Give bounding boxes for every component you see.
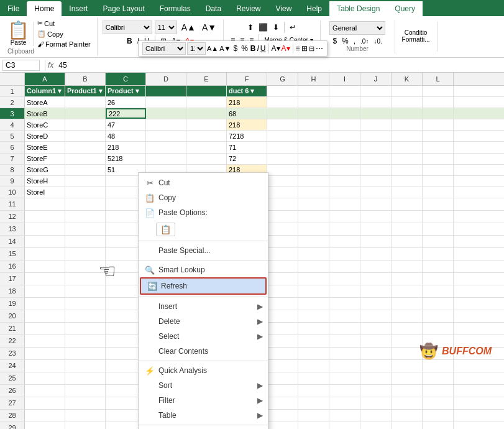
cell-a22[interactable] [25,335,65,347]
cell-k4[interactable] [392,119,423,130]
cell-j17[interactable] [360,273,392,285]
mini-border[interactable]: ⊞ [301,44,308,53]
cell-f2[interactable]: 218 [227,97,267,108]
cell-i22[interactable] [329,335,360,347]
cell-d3[interactable] [146,108,186,119]
cell-g17[interactable] [267,273,298,285]
cell-a6[interactable]: StoreE [25,142,65,152]
cell-l9[interactable] [423,176,454,187]
cell-g12[interactable] [267,211,298,223]
cell-i14[interactable] [329,236,360,247]
cut-button[interactable]: ✂ Cut [36,19,92,28]
cell-c2[interactable]: 26 [106,97,146,108]
cell-l15[interactable] [423,248,454,260]
context-menu-select[interactable]: Select ▶ [139,329,268,344]
cell-i4[interactable] [329,119,360,130]
context-menu-paste-special[interactable]: Paste Special... [139,243,268,258]
cell-g14[interactable] [267,236,298,247]
cell-i13[interactable] [329,223,360,235]
cell-e6[interactable] [186,142,227,152]
mini-fill-color[interactable]: A▾ [272,44,280,53]
cell-l7[interactable] [423,154,454,164]
cell-g6[interactable] [267,142,298,152]
cell-h25[interactable] [298,372,329,384]
cell-h2[interactable] [298,97,329,108]
cell-a15[interactable] [25,248,65,260]
cell-g28[interactable] [267,410,298,422]
mini-currency[interactable]: $ [232,44,239,53]
bold-button[interactable]: B [125,36,134,46]
cell-i27[interactable] [329,397,360,409]
cell-h23[interactable] [298,348,329,359]
cell-a18[interactable] [25,285,65,297]
cell-j27[interactable] [360,397,392,409]
cell-k11[interactable] [392,198,423,210]
cell-l14[interactable] [423,236,454,247]
cell-i20[interactable] [329,310,360,322]
cell-k24[interactable] [392,360,423,372]
context-menu-smart-lookup[interactable]: 🔍 Smart Lookup [139,262,268,277]
col-header-f[interactable]: F [227,73,267,85]
cell-h13[interactable] [298,223,329,235]
cell-k13[interactable] [392,223,423,235]
cell-i2[interactable] [329,97,360,108]
cell-i3[interactable] [329,108,360,119]
cell-l18[interactable] [423,285,454,297]
tab-insert[interactable]: Insert [62,1,95,16]
context-menu-table[interactable]: Table ▶ [139,408,268,423]
cell-f1[interactable]: duct 6 ▾ [227,86,267,96]
cell-c7[interactable]: 5218 [106,154,146,164]
cell-h16[interactable] [298,261,329,272]
cell-l13[interactable] [423,223,454,235]
mini-italic[interactable]: I [257,44,259,53]
cell-j15[interactable] [360,248,392,260]
cell-i10[interactable] [329,187,360,198]
cell-g23[interactable] [267,348,298,359]
cell-k26[interactable] [392,385,423,397]
cell-j19[interactable] [360,298,392,310]
cell-k10[interactable] [392,187,423,198]
cell-a25[interactable] [25,372,65,384]
cell-b7[interactable] [65,154,106,164]
cell-k21[interactable] [392,323,423,334]
cell-k28[interactable] [392,410,423,422]
cell-reference-input[interactable] [2,60,40,71]
cell-l28[interactable] [423,410,454,422]
cell-j4[interactable] [360,119,392,130]
wrap-text-button[interactable]: ↵ [288,22,298,33]
cell-k2[interactable] [392,97,423,108]
cell-k23[interactable] [392,348,423,359]
cell-j12[interactable] [360,211,392,223]
cell-l24[interactable] [423,360,454,372]
cell-c5[interactable]: 48 [106,131,146,141]
cell-k8[interactable] [392,165,423,175]
cell-d7[interactable] [146,154,186,164]
cell-g9[interactable] [267,176,298,187]
dollar-button[interactable]: $ [331,36,339,46]
cell-l10[interactable] [423,187,454,198]
decimal-increase-button[interactable]: .0↑ [359,37,370,45]
cell-i9[interactable] [329,176,360,187]
cell-g24[interactable] [267,360,298,372]
cell-b3[interactable] [65,108,106,119]
cell-i6[interactable] [329,142,360,152]
col-header-k[interactable]: K [392,73,423,85]
cell-f3[interactable]: 68 [227,108,267,119]
mini-font-grow[interactable]: A▲ [207,45,218,52]
cell-a12[interactable] [25,211,65,223]
cell-b5[interactable] [65,131,106,141]
cell-f7[interactable]: 72 [227,154,267,164]
cell-g18[interactable] [267,285,298,297]
cell-l8[interactable] [423,165,454,175]
col-header-d[interactable]: D [146,73,186,85]
cell-h29[interactable] [298,422,329,429]
cell-a7[interactable]: StoreF [25,154,65,164]
cell-j26[interactable] [360,385,392,397]
font-shrink-button[interactable]: A▼ [200,22,218,33]
tab-review[interactable]: Review [229,1,268,16]
cell-a19[interactable] [25,298,65,310]
context-menu-copy[interactable]: 📋 Copy [139,190,268,205]
cell-i5[interactable] [329,131,360,141]
cell-b27[interactable] [65,397,106,409]
cell-b21[interactable] [65,323,106,334]
